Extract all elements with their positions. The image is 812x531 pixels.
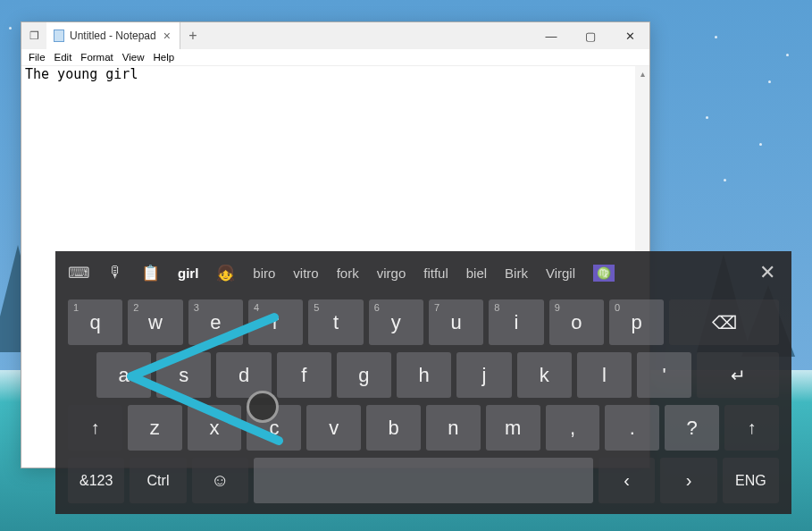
key-p[interactable]: 0p [609,299,664,345]
suggestion-item[interactable]: vitro [293,266,318,281]
keyboard-settings-icon[interactable]: ⌨ [68,264,90,282]
menu-help[interactable]: Help [149,52,180,63]
tab-title: Untitled - Notepad [70,30,156,42]
key-l[interactable]: l [577,352,632,398]
key-x[interactable]: x [188,405,242,451]
key-f[interactable]: f [277,352,331,398]
key-h[interactable]: h [397,352,451,398]
key-period[interactable]: . [605,405,659,451]
key-g[interactable]: g [337,352,391,398]
minimize-button[interactable]: — [532,22,571,49]
key-o[interactable]: 9o [549,299,604,345]
emoji-icon: ☺ [211,470,229,491]
key-b[interactable]: b [366,405,421,451]
keyboard-row-4: &123 Ctrl ☺ ‹ › ENG [68,458,779,503]
menubar: File Edit Format View Help [21,49,649,66]
shift-icon: ↑ [90,417,99,438]
tab-strip: ❐ Untitled - Notepad × + [21,22,205,49]
suggestion-selected[interactable]: girl [178,266,198,281]
key-q[interactable]: 1q [68,299,122,345]
menu-format[interactable]: Format [76,52,117,63]
text-editor[interactable]: The young girl [21,66,649,82]
swipe-cursor-dot [247,391,279,423]
tab-close-icon[interactable]: × [162,29,172,43]
key-arrow-left[interactable]: ‹ [599,458,655,503]
key-w[interactable]: 2w [128,299,182,345]
chevron-right-icon: › [686,470,692,491]
keyboard-row-1: 1q 2w 3e 4r 5t 6y 7u 8i 9o 0p ⌫ [68,299,779,345]
key-n[interactable]: n [426,405,481,451]
suggestion-item[interactable]: fitful [423,266,448,281]
mic-icon[interactable]: 🎙 [108,264,123,282]
key-i[interactable]: 8i [489,299,543,345]
key-question[interactable]: ? [665,405,719,451]
key-r[interactable]: 4r [248,299,303,345]
key-apostrophe[interactable]: ' [637,352,691,398]
key-t[interactable]: 5t [308,299,363,345]
key-arrow-right[interactable]: › [660,458,716,503]
document-icon [54,30,64,42]
menu-view[interactable]: View [118,52,149,63]
chevron-left-icon: ‹ [624,470,630,491]
backspace-icon: ⌫ [712,312,737,333]
touch-keyboard: ⌨ 🎙 📋 girl 👧 biro vitro fork virgo fitfu… [55,251,791,514]
key-ctrl[interactable]: Ctrl [130,458,186,503]
menu-edit[interactable]: Edit [50,52,77,63]
keyboard-rows: 1q 2w 3e 4r 5t 6y 7u 8i 9o 0p ⌫ a s d f … [55,294,791,514]
key-y[interactable]: 6y [369,299,423,345]
suggestion-item[interactable]: Virgil [546,266,575,281]
key-shift-right[interactable]: ↑ [724,405,779,451]
key-enter[interactable]: ↵ [697,352,779,398]
key-a[interactable]: a [96,352,151,398]
keyboard-row-3: ↑ z x c v b n m , . ? ↑ [68,405,779,451]
suggestion-item[interactable]: biel [466,266,487,281]
key-language[interactable]: ENG [723,458,779,503]
keyboard-close-icon[interactable]: ✕ [756,257,779,288]
key-v[interactable]: v [306,405,361,451]
suggestion-item[interactable]: fork [337,266,359,281]
key-z[interactable]: z [128,405,182,451]
keyboard-row-2: a s d f g h j k l ' ↵ [68,352,779,398]
window-icon[interactable]: ❐ [21,22,46,49]
maximize-button[interactable]: ▢ [571,22,610,49]
suggestion-emoji[interactable]: 👧 [216,264,235,282]
key-m[interactable]: m [486,405,540,451]
tab-untitled[interactable]: Untitled - Notepad × [46,22,180,49]
suggestion-more-icon[interactable]: ♍ [593,265,615,282]
window-controls: — ▢ ✕ [532,22,649,49]
key-backspace[interactable]: ⌫ [669,299,779,345]
key-j[interactable]: j [456,352,511,398]
suggestion-item[interactable]: Birk [505,266,528,281]
keyboard-toolbar: ⌨ 🎙 📋 girl 👧 biro vitro fork virgo fitfu… [55,251,791,294]
key-k[interactable]: k [517,352,572,398]
scroll-up-icon[interactable]: ▴ [635,66,649,80]
key-shift-left[interactable]: ↑ [68,405,122,451]
menu-file[interactable]: File [24,52,50,63]
suggestion-item[interactable]: virgo [377,266,406,281]
clipboard-icon[interactable]: 📋 [141,264,160,282]
key-u[interactable]: 7u [429,299,483,345]
suggestion-item[interactable]: biro [253,266,275,281]
key-comma[interactable]: , [546,405,600,451]
key-emoji[interactable]: ☺ [192,458,248,503]
key-numbers[interactable]: &123 [68,458,124,503]
close-button[interactable]: ✕ [610,22,649,49]
new-tab-button[interactable]: + [180,22,205,49]
key-space[interactable] [254,458,593,503]
key-s[interactable]: s [156,352,211,398]
titlebar: ❐ Untitled - Notepad × + — ▢ ✕ [21,22,649,49]
shift-icon: ↑ [748,417,757,438]
key-e[interactable]: 3e [188,299,243,345]
enter-icon: ↵ [731,365,746,386]
